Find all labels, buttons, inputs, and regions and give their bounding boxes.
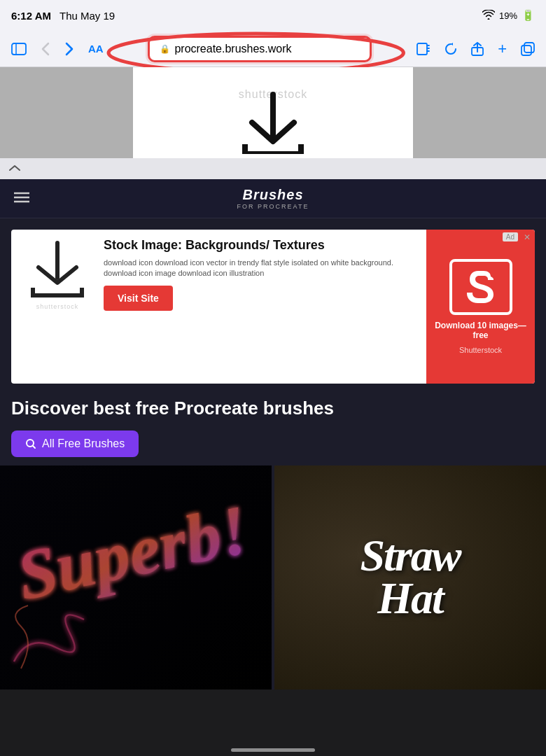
- neon-brush-preview: Superb!: [0, 465, 272, 690]
- wifi-icon: [482, 10, 495, 22]
- brush-card-neon[interactable]: Superb!: [0, 465, 272, 690]
- ad-badge: Ad: [503, 232, 518, 241]
- status-right: 19% 🔋: [482, 9, 535, 22]
- straw-hat-title: StrawHat: [360, 535, 461, 620]
- straw-hat-text-container: StrawHat: [360, 535, 461, 620]
- tabs-button[interactable]: [517, 38, 539, 60]
- status-bar: 6:12 AM Thu May 19 19% 🔋: [0, 0, 546, 31]
- ad-banner: Ad ✕ shutterstock Stock Image: Back: [11, 230, 535, 384]
- ad-text-section: Stock Image: Backgrounds/ Textures downl…: [104, 238, 415, 311]
- svg-rect-3: [417, 43, 427, 55]
- battery-icon: 🔋: [522, 9, 535, 22]
- svg-rect-5: [522, 46, 531, 55]
- shutterstock-logo: [449, 259, 512, 315]
- site-nav: Brushes for Procreate: [0, 179, 546, 218]
- page-heading-section: Discover best free Procreate brushes: [0, 392, 546, 428]
- hamburger-menu-button[interactable]: [14, 190, 29, 206]
- ad-visit-button[interactable]: Visit Site: [104, 286, 173, 311]
- forward-button[interactable]: [60, 38, 78, 60]
- ad-close-button[interactable]: ✕: [524, 232, 531, 242]
- status-left: 6:12 AM Thu May 19: [11, 10, 115, 22]
- status-time: 6:12 AM: [11, 10, 51, 22]
- ad-image-section: shutterstock Stock Image: Backgrounds/ T…: [22, 238, 415, 311]
- reading-list-button[interactable]: [412, 38, 435, 59]
- ad-title: Stock Image: Backgrounds/ Textures: [104, 238, 415, 253]
- svg-rect-6: [524, 43, 534, 52]
- collapse-button[interactable]: [8, 162, 21, 175]
- all-brushes-button[interactable]: All Free Brushes: [11, 430, 139, 457]
- ad-main-section: shutterstock Stock Image: Backgrounds/ T…: [11, 230, 426, 384]
- all-brushes-label: All Free Brushes: [42, 438, 125, 450]
- download-icon-large: [238, 91, 308, 159]
- svg-line-11: [33, 446, 36, 449]
- back-button[interactable]: [36, 38, 55, 60]
- prev-page-peek: shutterstock: [0, 67, 546, 158]
- reload-button[interactable]: [440, 38, 461, 59]
- url-bar-container: 🔒 procreate.brushes.work: [113, 36, 407, 62]
- svg-rect-0: [12, 43, 26, 55]
- ad-side-text: Download 10 images—free: [435, 321, 526, 340]
- ad-image-placeholder: shutterstock: [22, 239, 92, 310]
- filter-section: All Free Brushes: [0, 428, 546, 465]
- battery-percentage: 19%: [499, 10, 517, 21]
- home-indicator: [231, 748, 315, 752]
- ad-content: shutterstock Stock Image: Backgrounds/ T…: [11, 230, 535, 384]
- ad-watermark: shutterstock: [36, 303, 79, 310]
- brush-grid: Superb!: [0, 465, 546, 690]
- status-date: Thu May 19: [59, 10, 115, 22]
- ad-description: download icon download icon vector in tr…: [104, 258, 415, 279]
- url-text[interactable]: procreate.brushes.work: [174, 43, 291, 55]
- site-logo: Brushes for Procreate: [237, 187, 309, 210]
- page-heading: Discover best free Procreate brushes: [11, 398, 535, 419]
- straw-hat-preview: StrawHat: [274, 465, 546, 690]
- sidebar-button[interactable]: [7, 38, 31, 59]
- url-bar[interactable]: 🔒 procreate.brushes.work: [148, 36, 372, 62]
- ad-side-brand: Shutterstock: [459, 346, 502, 354]
- collapse-bar: [0, 158, 546, 179]
- website-content: Brushes for Procreate Ad ✕ shutterstock: [0, 179, 546, 690]
- safari-toolbar: AA 🔒 procreate.brushes.work +: [0, 31, 546, 67]
- share-button[interactable]: [467, 38, 488, 60]
- prev-page-inner: shutterstock: [133, 67, 413, 158]
- add-tab-button[interactable]: +: [493, 36, 511, 62]
- ad-side-section: Download 10 images—free Shutterstock: [426, 230, 535, 384]
- aa-button[interactable]: AA: [84, 38, 108, 59]
- lock-icon: 🔒: [160, 44, 170, 54]
- brush-card-straw-hat[interactable]: StrawHat: [274, 465, 546, 690]
